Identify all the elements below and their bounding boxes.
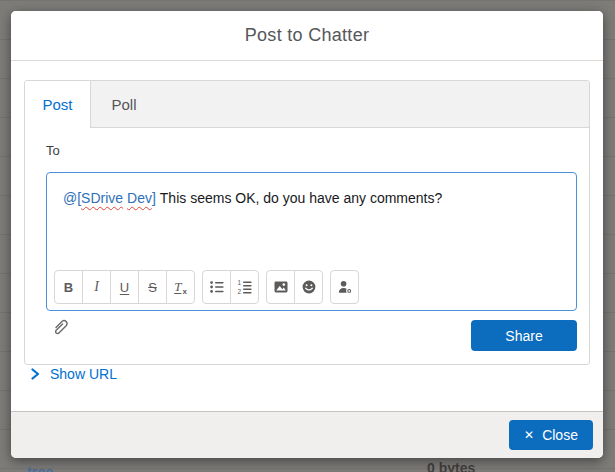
post-to-chatter-modal: Post to Chatter Post Poll To @[SDrive De… <box>11 11 603 458</box>
formatting-toolbar: B I U S Tx <box>54 270 359 304</box>
add-user-icon <box>337 279 353 295</box>
media-group <box>266 270 323 304</box>
svg-text:2: 2 <box>237 288 241 295</box>
mention-prefix: @[ <box>63 190 81 206</box>
italic-button[interactable]: I <box>82 270 111 304</box>
svg-text:1: 1 <box>237 279 241 286</box>
tab-poll[interactable]: Poll <box>91 81 157 128</box>
modal-header: Post to Chatter <box>11 11 603 61</box>
background-file-link: tree <box>27 464 53 472</box>
rich-text-editor: @[SDrive Dev]This seems OK, do you have … <box>46 172 577 311</box>
share-button[interactable]: Share <box>471 320 577 351</box>
bullet-list-button[interactable] <box>202 270 231 304</box>
remove-format-icon: T <box>174 279 181 295</box>
mention-word-2: Dev <box>127 190 152 206</box>
to-label: To <box>46 143 60 158</box>
underline-icon: U <box>120 280 129 295</box>
numbered-list-icon: 1 2 <box>237 279 253 295</box>
remove-format-button[interactable]: Tx <box>166 270 195 304</box>
paperclip-icon <box>50 318 70 338</box>
message-editor[interactable]: @[SDrive Dev]This seems OK, do you have … <box>47 173 576 208</box>
bullet-list-icon <box>209 279 225 295</box>
message-text: This seems OK, do you have any comments? <box>160 190 442 206</box>
close-button[interactable]: ✕ Close <box>509 420 593 450</box>
close-icon: ✕ <box>524 428 534 442</box>
insert-image-button[interactable] <box>266 270 295 304</box>
strikethrough-button[interactable]: S <box>138 270 167 304</box>
underline-button[interactable]: U <box>110 270 139 304</box>
text-style-group: B I U S Tx <box>54 270 195 304</box>
background-file-size: 0 bytes <box>427 460 475 472</box>
add-user-button[interactable] <box>330 270 359 304</box>
attach-file-button[interactable] <box>49 318 71 340</box>
bold-icon: B <box>64 280 73 295</box>
modal-footer: ✕ Close <box>11 411 603 458</box>
show-url-label: Show URL <box>50 366 117 382</box>
close-label: Close <box>542 427 578 443</box>
emoji-button[interactable] <box>294 270 323 304</box>
mention-word-1: SDrive <box>81 190 123 206</box>
show-url-toggle[interactable]: Show URL <box>30 366 117 382</box>
italic-icon: I <box>94 279 99 295</box>
mention-group <box>330 270 359 304</box>
tab-post[interactable]: Post <box>25 81 91 128</box>
chevron-right-icon <box>30 368 41 380</box>
tab-strip: Post Poll <box>25 81 589 128</box>
numbered-list-button[interactable]: 1 2 <box>230 270 259 304</box>
emoji-icon <box>301 279 317 295</box>
mention-suffix: ] <box>152 190 156 206</box>
modal-title: Post to Chatter <box>245 25 370 46</box>
image-icon <box>273 279 289 295</box>
tab-strip-filler <box>157 81 589 128</box>
chatter-tab-panel: Post Poll To @[SDrive Dev]This seems OK,… <box>24 80 590 365</box>
remove-format-sub: x <box>182 287 186 296</box>
strikethrough-icon: S <box>148 280 157 295</box>
mention-token: @[SDrive Dev] <box>63 190 156 206</box>
list-group: 1 2 <box>202 270 259 304</box>
bold-button[interactable]: B <box>54 270 83 304</box>
